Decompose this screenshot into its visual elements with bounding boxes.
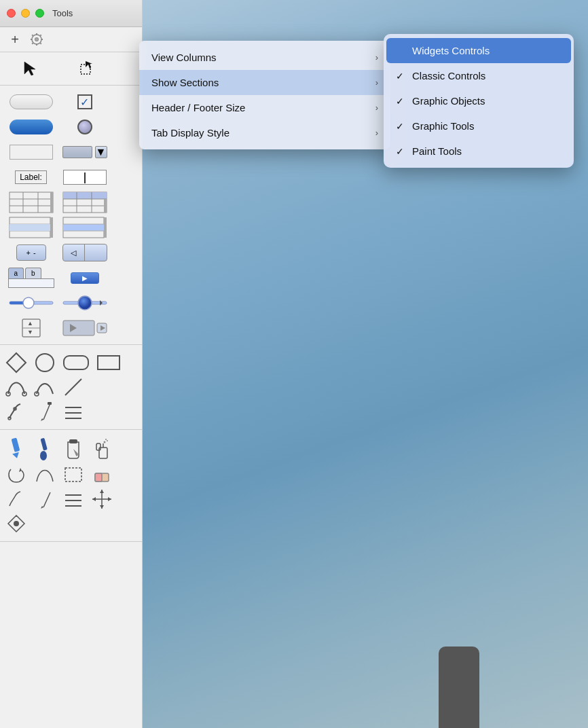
- brush-paint[interactable]: [34, 437, 56, 461]
- stepper-widget[interactable]: + -: [5, 241, 56, 264]
- widgets-section: ✓ ▼ Label:: [0, 86, 142, 345]
- spinner-widget[interactable]: ▲ ▼: [5, 316, 56, 340]
- pencil-tool[interactable]: [5, 401, 27, 422]
- spray-paint[interactable]: [91, 437, 113, 461]
- maximize-button[interactable]: [35, 9, 44, 18]
- svg-rect-55: [48, 402, 52, 405]
- lasso-tool[interactable]: [5, 464, 27, 486]
- table-widget-1[interactable]: [5, 191, 56, 214]
- bezier-tool[interactable]: [5, 376, 27, 398]
- paint-tools-item[interactable]: ✓ Paint Tools: [384, 139, 574, 164]
- check-icon-4: ✓: [396, 121, 407, 132]
- svg-marker-80: [100, 490, 104, 493]
- svg-rect-6: [10, 192, 53, 213]
- graphic-tools-item[interactable]: ✓ Graphic Tools: [384, 113, 574, 139]
- oval-button-widget[interactable]: [5, 115, 56, 139]
- classic-controls-item[interactable]: ✓ Classic Controls: [384, 63, 574, 88]
- close-button[interactable]: [7, 9, 16, 18]
- list-widget-1[interactable]: [5, 216, 56, 239]
- pen-tool[interactable]: [34, 401, 56, 422]
- svg-marker-34: [100, 300, 103, 306]
- svg-marker-3: [24, 62, 35, 75]
- header-footer-item[interactable]: Header / Footer Size ›: [139, 95, 390, 120]
- radio-widget[interactable]: [59, 115, 110, 139]
- slider-widget-1[interactable]: [5, 291, 56, 314]
- bezier-paint[interactable]: [34, 464, 56, 486]
- widgets-controls-item[interactable]: Widgets Controls: [386, 38, 571, 63]
- cursor-tools-section: [0, 52, 142, 86]
- add-button[interactable]: +: [7, 31, 23, 48]
- titlebar: Tools: [0, 0, 142, 27]
- chevron-right-icon-2: ›: [375, 77, 378, 88]
- chevron-right-icon-3: ›: [375, 103, 378, 113]
- toolbar-actions: +: [0, 27, 142, 52]
- rounded-rect-shape[interactable]: [62, 352, 90, 374]
- graphic-objects-section: [0, 345, 142, 430]
- table-row-1: [5, 191, 136, 214]
- label-widget[interactable]: Label:: [5, 166, 56, 189]
- polygon-tool[interactable]: [34, 376, 56, 398]
- pencil-paint[interactable]: [5, 437, 27, 461]
- gear-button[interactable]: [29, 31, 45, 48]
- shapes-row-2: [5, 376, 136, 398]
- selection-rect[interactable]: [62, 464, 84, 486]
- lines-tool[interactable]: [62, 401, 84, 422]
- svg-marker-43: [7, 353, 26, 372]
- line-tool[interactable]: [62, 376, 84, 398]
- rect-row: ▼: [5, 141, 136, 164]
- svg-point-33: [78, 296, 92, 310]
- rect-shape[interactable]: [96, 352, 121, 374]
- window-title: Tools: [52, 8, 73, 18]
- paint-row-1: [5, 437, 136, 461]
- svg-point-68: [107, 440, 108, 441]
- svg-rect-46: [98, 356, 120, 369]
- checkbox-widget[interactable]: ✓: [59, 90, 110, 113]
- table-widget-2[interactable]: [59, 191, 110, 214]
- diamond-shape[interactable]: [5, 352, 27, 374]
- lines-paint[interactable]: [62, 488, 84, 510]
- eraser-tool[interactable]: [91, 464, 113, 486]
- show-sections-item[interactable]: Show Sections ›: [139, 70, 390, 95]
- selection-tool[interactable]: [59, 57, 110, 80]
- minimize-button[interactable]: [21, 9, 30, 18]
- textfield-widget[interactable]: [59, 166, 110, 189]
- rect-widget[interactable]: [5, 141, 56, 164]
- chevron-right-icon: ›: [375, 52, 378, 62]
- svg-point-85: [14, 521, 19, 526]
- tab-widget-2[interactable]: ▶: [59, 266, 110, 289]
- svg-rect-65: [96, 443, 100, 450]
- shapes-row-1: [5, 352, 136, 374]
- tab-row: a b ▶: [5, 266, 136, 289]
- view-columns-item[interactable]: View Columns ›: [139, 45, 390, 70]
- list-row: [5, 216, 136, 239]
- svg-rect-18: [104, 199, 107, 213]
- diamond-paint[interactable]: [5, 513, 27, 534]
- segmented-widget[interactable]: ◁: [59, 241, 110, 264]
- pencil-paint-2[interactable]: [5, 488, 27, 510]
- bucket-paint[interactable]: [62, 437, 84, 461]
- svg-rect-13: [63, 192, 107, 199]
- tab-display-item[interactable]: Tab Display Style ›: [139, 120, 390, 145]
- circle-shape[interactable]: [34, 352, 56, 374]
- list-widget-2[interactable]: [59, 216, 110, 239]
- spinner-row: ▲ ▼: [5, 316, 136, 340]
- slider-widget-2[interactable]: [59, 291, 110, 314]
- button-row: ✓: [5, 90, 136, 113]
- label-row: Label:: [5, 166, 136, 189]
- media-widget[interactable]: [59, 316, 110, 340]
- graphic-objects-item[interactable]: ✓ Graphic Objects: [384, 88, 574, 113]
- slider-row: [5, 291, 136, 314]
- arrow-tool[interactable]: [5, 57, 56, 80]
- svg-rect-59: [12, 437, 20, 452]
- svg-marker-83: [108, 497, 111, 501]
- svg-point-44: [36, 354, 54, 371]
- tab-widget-1[interactable]: a b: [5, 266, 56, 289]
- svg-point-62: [40, 451, 47, 460]
- move-tool[interactable]: [91, 488, 113, 510]
- toolbar-window: Tools +: [0, 0, 143, 728]
- pen-paint-2[interactable]: [34, 488, 56, 510]
- svg-rect-20: [50, 217, 53, 238]
- toggle-widget[interactable]: ▼: [59, 141, 110, 164]
- stepper-row: + - ◁: [5, 241, 136, 264]
- button-widget[interactable]: [5, 90, 56, 113]
